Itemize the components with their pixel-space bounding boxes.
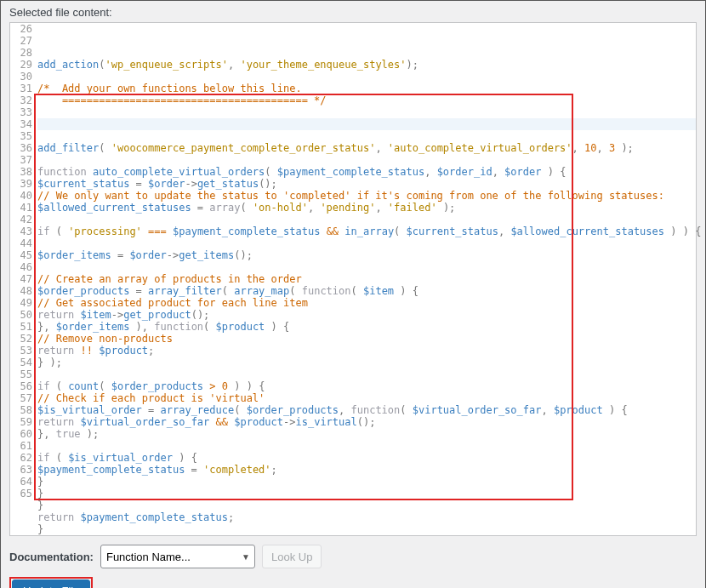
code-line[interactable]: // Remove non-products	[37, 333, 696, 345]
code-line[interactable]: $order_items = $order->get_items();	[37, 249, 696, 261]
code-line[interactable]	[37, 154, 696, 166]
code-line[interactable]: } );	[37, 357, 696, 368]
code-line[interactable]: // We only want to update the status to …	[37, 190, 696, 202]
code-line[interactable]: $current_status = $order->get_status();	[37, 178, 696, 190]
function-name-select[interactable]: Function Name...	[100, 545, 255, 568]
code-line[interactable]: $payment_complete_status = 'completed';	[37, 464, 696, 476]
code-line[interactable]: $is_virtual_order = array_reduce( $order…	[37, 404, 696, 416]
code-line[interactable]: }, true );	[37, 428, 696, 440]
code-line[interactable]: return $payment_complete_status;	[37, 511, 696, 523]
lookup-button[interactable]: Look Up	[262, 545, 322, 568]
code-line[interactable]: return $virtual_order_so_far && $product…	[37, 416, 696, 428]
code-area[interactable]: add_action('wp_enqueue_scripts', 'your_t…	[36, 23, 696, 535]
code-line[interactable]: }	[37, 476, 696, 488]
code-line[interactable]	[37, 261, 696, 273]
code-line[interactable]: // Create an array of products in the or…	[37, 273, 696, 285]
code-line[interactable]: if ( 'processing' === $payment_complete_…	[37, 225, 696, 237]
code-line[interactable]: if ( count( $order_products > 0 ) ) {	[37, 380, 696, 392]
code-line[interactable]: // Check if each product is 'virtual'	[37, 392, 696, 404]
code-line[interactable]	[37, 368, 696, 380]
code-line[interactable]	[37, 214, 696, 225]
code-line[interactable]: }	[37, 488, 696, 500]
code-line[interactable]	[37, 237, 696, 249]
update-file-button[interactable]: Update File	[12, 579, 90, 588]
code-line[interactable]: $allowed_current_statuses = array( 'on-h…	[37, 202, 696, 214]
file-content-header: Selected file content:	[1, 1, 705, 22]
code-line[interactable]: }, $order_items ), function( $product ) …	[37, 321, 696, 333]
update-button-highlight: Update File	[9, 577, 93, 588]
line-gutter: 2627282930313233343536373839404142434445…	[10, 23, 36, 500]
code-line[interactable]: ========================================…	[37, 94, 696, 106]
code-line[interactable]: }	[37, 500, 696, 511]
code-line[interactable]: /* Add your own functions below this lin…	[37, 83, 696, 94]
documentation-label: Documentation:	[9, 551, 94, 563]
code-line[interactable]	[37, 440, 696, 452]
code-editor[interactable]: 2627282930313233343536373839404142434445…	[9, 22, 697, 536]
code-line[interactable]: if ( $is_virtual_order ) {	[37, 452, 696, 464]
code-line[interactable]: function auto_complete_virtual_orders( $…	[37, 166, 696, 178]
code-line[interactable]	[37, 118, 696, 130]
code-line[interactable]	[37, 71, 696, 83]
code-line[interactable]: return !! $product;	[37, 345, 696, 357]
code-line[interactable]: return $item->get_product();	[37, 309, 696, 321]
code-line[interactable]: add_filter( 'woocommerce_payment_complet…	[37, 142, 696, 154]
code-line[interactable]	[37, 130, 696, 142]
code-line[interactable]: $order_products = array_filter( array_ma…	[37, 285, 696, 297]
code-line[interactable]: // Get associated product for each line …	[37, 297, 696, 309]
code-line[interactable]: }	[37, 523, 696, 535]
code-line[interactable]: add_action('wp_enqueue_scripts', 'your_t…	[37, 59, 696, 71]
code-line[interactable]	[37, 106, 696, 118]
